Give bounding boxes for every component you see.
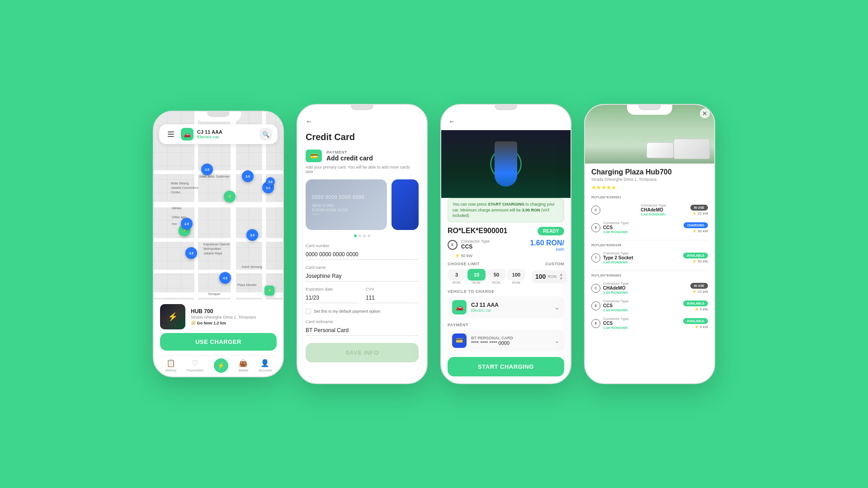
connector-item-2-1: T Connector Type Type 2 Socket 1.60 RON/… bbox=[591, 249, 708, 267]
map-label-2: dafoka bbox=[172, 206, 181, 210]
connector-item-3-2: E Connector Type CCS 1.60 RON/kWh AVAILA… bbox=[591, 297, 708, 314]
limit-btn-50[interactable]: 50 RON bbox=[487, 269, 505, 285]
menu-button[interactable] bbox=[165, 128, 177, 141]
exp-input[interactable] bbox=[306, 293, 359, 303]
history-icon: 📋 bbox=[166, 359, 175, 367]
vehicle-expand-icon[interactable]: ⌄ bbox=[554, 304, 560, 311]
card-name-input[interactable] bbox=[306, 271, 419, 282]
map-label-5: Kepulauan Daerah bbox=[203, 243, 230, 246]
payment-label: PAYMENT bbox=[326, 150, 373, 155]
charging-plug bbox=[495, 141, 517, 187]
payment-expand-icon[interactable]: ⌄ bbox=[554, 337, 560, 344]
nav-wallet[interactable]: 👜 Wallet bbox=[238, 359, 248, 372]
use-charger-button[interactable]: USE CHARGER bbox=[160, 333, 277, 351]
conn-details-2: Connector Type CCS 1.60 RON/kWh bbox=[603, 221, 681, 234]
map-label-1: Jalan Jend. Sudirman bbox=[199, 175, 230, 178]
start-charging-button[interactable]: START CHARGING bbox=[448, 357, 564, 376]
map-search-bar: 🚗 CJ 11 AAA Electric car 🔍 bbox=[159, 124, 278, 144]
limit-btn-3[interactable]: 3 RON bbox=[448, 269, 466, 285]
back-button-ch[interactable]: ← bbox=[448, 117, 563, 126]
conn-power-2: ⚡ 50 kW bbox=[692, 229, 708, 233]
price-value: 1.60 RON/ bbox=[530, 239, 564, 247]
connector-group-3: RO*LEK*E900003 C Connector Type CHAdeMO … bbox=[591, 273, 708, 332]
default-checkbox[interactable] bbox=[306, 309, 311, 314]
group-id-3: RO*LEK*E900003 bbox=[591, 273, 708, 277]
card-visual-main: 0000 0000 0000 0000 NEW CARD EXPIRATION … bbox=[306, 179, 387, 230]
conn-power-1: ⚡ 22 kW bbox=[692, 211, 708, 216]
tip-banner: You can now press START CHARGING to char… bbox=[448, 198, 564, 222]
custom-stepper[interactable]: ▲ ▼ bbox=[559, 273, 563, 281]
cvv-label: CVV bbox=[366, 287, 419, 291]
back-button-cc[interactable]: ← bbox=[306, 117, 419, 126]
payment-info: PAYMENT Add credit card bbox=[326, 150, 373, 162]
phone-credit-card: ← Credit Card 💳 PAYMENT Add credit card … bbox=[297, 104, 428, 384]
sd-stars: ★★★★★ bbox=[591, 184, 708, 191]
nav-account[interactable]: 👤 Account bbox=[259, 359, 272, 372]
custom-unit: RON bbox=[547, 274, 557, 279]
credit-card-screen: ← Credit Card 💳 PAYMENT Add credit card … bbox=[297, 105, 427, 383]
status-badge-5: AVAILABLE bbox=[683, 300, 708, 306]
vehicle-icon-ch: 🚗 bbox=[452, 300, 467, 314]
vehicle-row[interactable]: 🚗 CJ 11 AAA Electric car ⌄ bbox=[448, 296, 564, 318]
menu-line-2 bbox=[168, 134, 174, 135]
map-pin-6: 3.5 bbox=[185, 247, 197, 259]
notch-3 bbox=[483, 105, 528, 115]
save-info-button[interactable]: SAVE INFO bbox=[306, 343, 419, 362]
custom-value: 100 bbox=[535, 273, 546, 280]
station-nav: 🧭 Go Now 1.2 km bbox=[191, 321, 277, 325]
payment-row-ch[interactable]: 💳 BT PERSONAL CARD **** **** **** 0000 ⌄ bbox=[448, 330, 564, 352]
conn-type-3: Connector Type bbox=[603, 251, 680, 255]
map-label-11: Senayan bbox=[208, 292, 221, 296]
conn-icon-1: C bbox=[591, 206, 600, 215]
station-image bbox=[441, 130, 571, 198]
stepper-up[interactable]: ▲ bbox=[559, 273, 563, 277]
conn-status-col-1: IN USE ⚡ 22 kW bbox=[690, 205, 708, 216]
card-name-label: Card name bbox=[306, 265, 419, 270]
station-details-content: ✕ Charging Plaza Hub700 Strada Gheorghe … bbox=[585, 105, 714, 383]
conn-icon-4: C bbox=[591, 284, 600, 293]
conn-details-6: Connector Type CCS 1.60 RON/kWh bbox=[603, 317, 680, 330]
conn-type-6: Connector Type bbox=[603, 317, 680, 321]
payment-title: Add credit card bbox=[326, 155, 373, 162]
conn-icon-3: T bbox=[591, 253, 600, 263]
conn-type-label: Connector Type bbox=[461, 239, 490, 244]
nav-history[interactable]: 📋 History bbox=[165, 359, 176, 372]
close-button-sd[interactable]: ✕ bbox=[700, 108, 710, 118]
limit-btn-100[interactable]: 100 RON bbox=[507, 269, 525, 285]
station-thumb: ⚡ bbox=[160, 304, 185, 329]
stepper-down[interactable]: ▼ bbox=[559, 277, 563, 281]
conn-power-6: ⚡ 9 kW bbox=[694, 325, 708, 329]
map-pin-small: 3.0 bbox=[266, 177, 275, 186]
map-pin-5: 3.0 bbox=[246, 229, 258, 241]
heart-icon: ♡ bbox=[192, 359, 198, 367]
connector-group-2: RO*LEK*E000159 T Connector Type Type 2 S… bbox=[591, 243, 708, 267]
conn-price-5: 1.60 RON/kWh bbox=[603, 308, 680, 312]
dot-1 bbox=[354, 235, 357, 237]
sd-station-name: Charging Plaza Hub700 bbox=[591, 168, 708, 176]
carousel-dots bbox=[306, 235, 419, 237]
station-detail-info: Charging Plaza Hub700 Strada Gheorghe Di… bbox=[585, 164, 714, 340]
map-label-4: rino bbox=[172, 222, 177, 225]
map-pin-ev1: ⚡ bbox=[224, 191, 236, 202]
conn-price-3: 1.60 RON/kWh bbox=[603, 260, 680, 264]
price-unit: kWh bbox=[530, 247, 564, 252]
station-details-screen: ✕ Charging Plaza Hub700 Strada Gheorghe … bbox=[585, 105, 714, 383]
map-pin-1: 3.5 bbox=[201, 164, 213, 175]
nav-wallet-label: Wallet bbox=[238, 368, 248, 372]
conn-price-6: 1.60 RON/kWh bbox=[603, 326, 680, 330]
account-icon: 👤 bbox=[260, 359, 269, 367]
conn-name-5: CCS bbox=[603, 303, 680, 308]
cvv-input[interactable] bbox=[366, 293, 419, 303]
conn-name-6: CCS bbox=[603, 321, 680, 326]
conn-name-4: CHAdeMO bbox=[603, 286, 688, 291]
nav-scan[interactable]: ⚡ bbox=[214, 358, 228, 373]
vehicle-section-title: VEHICLE TO CHARGE bbox=[441, 289, 571, 294]
card-number-input[interactable] bbox=[306, 249, 419, 260]
nickname-input[interactable] bbox=[306, 325, 419, 336]
limit-btn-10[interactable]: 10 RON bbox=[467, 269, 486, 285]
nav-favourites[interactable]: ♡ Favourites bbox=[187, 359, 203, 372]
custom-input-box[interactable]: 100 RON ▲ ▼ bbox=[532, 270, 566, 283]
status-badge-2: CHARGING bbox=[684, 222, 708, 228]
dot-3 bbox=[363, 235, 366, 237]
search-button[interactable]: 🔍 bbox=[259, 128, 272, 141]
